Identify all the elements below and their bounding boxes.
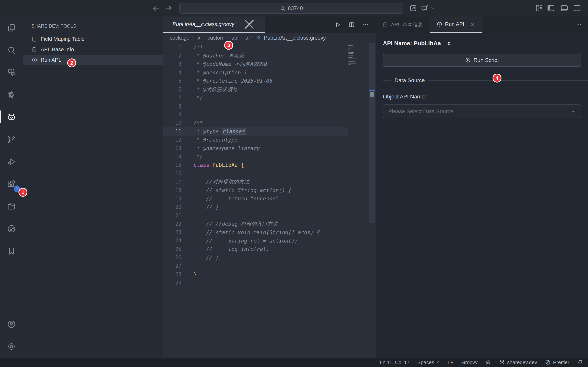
code-line[interactable]: 15class PubLibAa { bbox=[163, 161, 376, 169]
status-item-ln-11-col-17[interactable]: Ln 11, Col 17 bbox=[380, 359, 409, 366]
activity-item-chat[interactable] bbox=[0, 61, 23, 83]
more-actions-button[interactable] bbox=[362, 21, 369, 28]
breadcrumb-segment[interactable]: fx bbox=[196, 35, 200, 41]
status-item-bell-dot[interactable] bbox=[577, 359, 583, 365]
close-icon[interactable] bbox=[470, 22, 475, 27]
activity-item-share-graph[interactable] bbox=[0, 217, 23, 240]
chat-sparkle-icon bbox=[420, 4, 429, 12]
activity-item-explorer[interactable] bbox=[0, 17, 23, 39]
breadcrumb-segment[interactable]: package bbox=[170, 35, 189, 41]
status-item-prettier[interactable]: Prettier bbox=[545, 359, 569, 366]
open-external-button[interactable] bbox=[409, 4, 418, 12]
code-line[interactable]: 29 bbox=[163, 278, 376, 287]
code-text: // } bbox=[193, 255, 219, 261]
command-search-input[interactable]: 83740 bbox=[179, 3, 403, 14]
ellipsis-icon bbox=[576, 21, 582, 28]
code-line[interactable]: 28} bbox=[163, 270, 376, 278]
status-item-lf[interactable]: LF bbox=[448, 359, 453, 366]
panel-tab-apl-[interactable]: APL 基本信息 bbox=[376, 17, 430, 33]
activity-item-account[interactable] bbox=[0, 313, 23, 335]
data-source-select[interactable]: Please Select Data Source bbox=[383, 104, 581, 118]
status-item-groovy[interactable]: Groovy bbox=[461, 359, 477, 366]
code-line[interactable]: 23 // static void main(String[] args) { bbox=[163, 228, 376, 236]
close-icon[interactable] bbox=[239, 17, 259, 32]
code-line[interactable]: 24 // String ret = action(); bbox=[163, 236, 376, 245]
layout-grid-icon bbox=[535, 4, 544, 12]
code-editor[interactable]: 1/**2 * @author 李慧慧3 * @codeName 不同包A依赖B… bbox=[163, 43, 376, 358]
code-line[interactable]: 7 */ bbox=[163, 94, 376, 102]
code-line[interactable]: 25 // log.info(ret) bbox=[163, 245, 376, 253]
sidebar-item-field-maping-table[interactable]: Field Maping Table bbox=[23, 34, 163, 44]
code-line[interactable]: 9 bbox=[163, 110, 376, 119]
code-line[interactable]: 20 // } bbox=[163, 203, 376, 211]
code-text: * @createTime 2025-01-06 bbox=[193, 78, 272, 84]
activity-item-run-debug[interactable] bbox=[0, 150, 23, 173]
sidebar-item-run-apl[interactable]: Run APL bbox=[23, 55, 163, 65]
code-line[interactable]: 6 * @函数需求编号 bbox=[163, 85, 376, 93]
annotation-badge-2: 2 bbox=[67, 58, 76, 67]
nav-back-button[interactable] bbox=[151, 4, 161, 12]
code-line[interactable]: 26 // } bbox=[163, 253, 376, 262]
sidebar-item-apl-base-info[interactable]: APL Base Info bbox=[23, 44, 163, 55]
scrollbar-thumb[interactable] bbox=[370, 92, 374, 97]
status-item-copilot-blocked[interactable] bbox=[485, 359, 491, 365]
chevron-down-icon bbox=[429, 4, 436, 12]
code-line[interactable]: 22 // //debug 时候的入口方法 bbox=[163, 220, 376, 228]
editor-tab-active[interactable]: PubLibAa__c.class.groovy bbox=[163, 17, 265, 33]
nav-forward-button[interactable] bbox=[164, 4, 173, 12]
status-label: Groovy bbox=[461, 359, 477, 366]
breadcrumb-segment[interactable]: a bbox=[245, 35, 248, 41]
toggle-panel-button[interactable] bbox=[560, 4, 569, 12]
status-item-sharedev-dev[interactable]: sharedev.dev bbox=[499, 359, 537, 366]
minimap[interactable] bbox=[348, 44, 367, 71]
code-line[interactable]: 18 // static String action() { bbox=[163, 186, 376, 194]
code-text: */ bbox=[193, 95, 203, 101]
panel-tab-run-apl[interactable]: Run APL bbox=[430, 17, 482, 33]
customize-layout-button[interactable] bbox=[535, 4, 544, 12]
toggle-primary-sidebar-button[interactable] bbox=[546, 4, 555, 12]
activity-item-bookmarks[interactable] bbox=[0, 240, 23, 262]
activity-item-source-control[interactable] bbox=[0, 128, 23, 150]
code-line[interactable]: 10/** bbox=[163, 119, 376, 127]
code-line[interactable]: 8 bbox=[163, 102, 376, 110]
activity-item-share-dev-robot[interactable] bbox=[0, 106, 23, 128]
activity-item-folders[interactable] bbox=[0, 195, 23, 217]
code-line[interactable]: 13 * @namespace library bbox=[163, 144, 376, 152]
panel-more-actions-button[interactable] bbox=[576, 17, 582, 33]
code-line[interactable]: 21 bbox=[163, 211, 376, 220]
copilot-blocked-icon bbox=[485, 359, 491, 365]
code-line[interactable]: 1/** bbox=[163, 43, 376, 51]
breadcrumb-file[interactable]: PubLibAa__c.class.groovy bbox=[264, 35, 326, 41]
split-editor-button[interactable] bbox=[348, 21, 355, 28]
breadcrumb[interactable]: package›fx›custom›apl›a›PubLibAa__c.clas… bbox=[163, 33, 376, 43]
code-line[interactable]: 3 * @codeName 不同包A依赖B bbox=[163, 60, 376, 68]
toggle-secondary-sidebar-button[interactable] bbox=[573, 4, 582, 12]
chat-menu-chevron[interactable] bbox=[429, 4, 436, 12]
run-file-button[interactable] bbox=[334, 21, 341, 28]
files-icon bbox=[7, 23, 16, 33]
code-line[interactable]: 14 */ bbox=[163, 152, 376, 161]
breadcrumb-segment[interactable]: custom bbox=[208, 35, 225, 41]
activity-item-product-logo[interactable] bbox=[0, 83, 23, 106]
code-line[interactable]: 11 * @type classes bbox=[163, 127, 376, 135]
code-line[interactable]: 27 bbox=[163, 262, 376, 270]
line-number: 10 bbox=[163, 120, 182, 126]
code-line[interactable]: 5 * @createTime 2025-01-06 bbox=[163, 77, 376, 85]
line-number: 24 bbox=[163, 238, 182, 243]
line-number: 9 bbox=[163, 112, 182, 117]
product-logo-icon bbox=[7, 90, 16, 100]
chat-new-button[interactable] bbox=[420, 4, 429, 12]
annotation-badge-1: 1 bbox=[18, 188, 27, 197]
run-script-button[interactable]: Run Script bbox=[383, 54, 581, 67]
activity-item-search[interactable] bbox=[0, 39, 23, 61]
status-item-spaces-4[interactable]: Spaces: 4 bbox=[417, 359, 440, 366]
code-line[interactable]: 2 * @author 李慧慧 bbox=[163, 51, 376, 60]
code-line[interactable]: 12 * @returntype bbox=[163, 135, 376, 144]
editor-scrollbar[interactable] bbox=[369, 43, 375, 223]
activity-item-settings[interactable] bbox=[0, 335, 23, 358]
code-line[interactable]: 16 bbox=[163, 169, 376, 177]
breadcrumb-segment[interactable]: apl bbox=[231, 35, 238, 41]
code-line[interactable]: 19 // return "sucesss" bbox=[163, 194, 376, 203]
code-line[interactable]: 17 //对外提供的方法 bbox=[163, 178, 376, 186]
code-line[interactable]: 4 * @description 1 bbox=[163, 68, 376, 77]
